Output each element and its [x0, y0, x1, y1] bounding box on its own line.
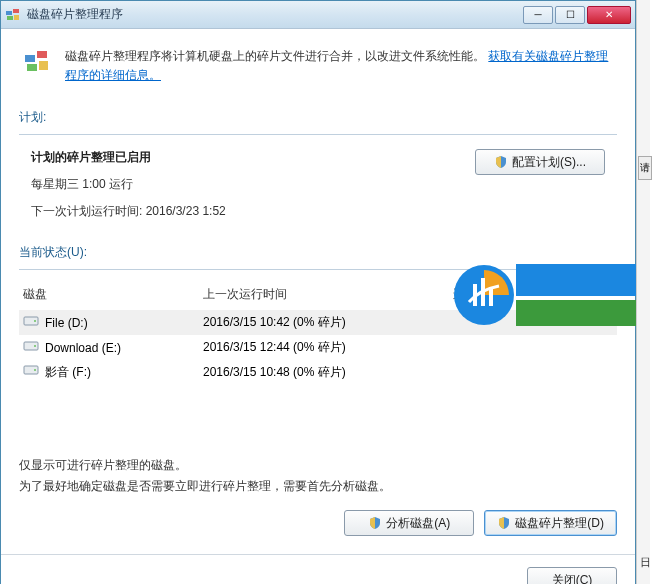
- window-title: 磁盘碎片整理程序: [27, 6, 523, 23]
- schedule-next-run: 下一次计划运行时间: 2016/3/23 1:52: [31, 203, 475, 220]
- table-row[interactable]: Download (E:)2016/3/15 12:44 (0% 碎片): [19, 335, 617, 360]
- schedule-row: 计划的碎片整理已启用 每星期三 1:00 运行 下一次计划运行时间: 2016/…: [1, 135, 635, 236]
- banner-text: 磁盘碎片整理程序将计算机硬盘上的碎片文件进行合并，以改进文件系统性能。 获取有关…: [65, 47, 613, 85]
- disk-name-cell: 影音 (F:): [23, 364, 203, 381]
- svg-point-13: [34, 369, 36, 371]
- configure-schedule-label: 配置计划(S)...: [512, 154, 586, 171]
- banner-description: 磁盘碎片整理程序将计算机硬盘上的碎片文件进行合并，以改进文件系统性能。: [65, 49, 485, 63]
- close-window-button[interactable]: ✕: [587, 6, 631, 24]
- action-buttons: 分析磁盘(A) 磁盘碎片整理(D): [1, 496, 635, 542]
- defrag-label: 磁盘碎片整理(D): [515, 515, 604, 532]
- svg-rect-7: [39, 61, 48, 70]
- watermark-bar-green: [516, 300, 648, 326]
- maximize-button[interactable]: ☐: [555, 6, 585, 24]
- schedule-label: 计划:: [19, 109, 617, 126]
- note-line2: 为了最好地确定磁盘是否需要立即进行碎片整理，需要首先分析磁盘。: [19, 476, 617, 496]
- analyze-button[interactable]: 分析磁盘(A): [344, 510, 474, 536]
- watermark-logo-icon: [453, 264, 515, 326]
- svg-rect-1: [13, 9, 19, 13]
- svg-rect-0: [6, 11, 12, 15]
- table-row[interactable]: 影音 (F:)2016/3/15 10:48 (0% 碎片): [19, 360, 617, 385]
- disk-last-run-cell: 2016/3/15 10:48 (0% 碎片): [203, 364, 453, 381]
- watermark-bar-blue: [516, 264, 648, 296]
- close-row: 关闭(C): [1, 554, 635, 584]
- disk-name-cell: Download (E:): [23, 340, 203, 355]
- status-label: 当前状态(U):: [19, 244, 617, 261]
- info-banner: 磁盘碎片整理程序将计算机硬盘上的碎片文件进行合并，以改进文件系统性能。 获取有关…: [13, 39, 623, 93]
- window-controls: ─ ☐ ✕: [523, 6, 631, 24]
- shield-icon: [497, 516, 511, 530]
- defrag-button[interactable]: 磁盘碎片整理(D): [484, 510, 617, 536]
- defrag-banner-icon: [23, 47, 55, 79]
- svg-rect-2: [7, 16, 13, 20]
- svg-rect-3: [14, 15, 19, 20]
- svg-rect-6: [27, 64, 37, 71]
- svg-point-11: [34, 345, 36, 347]
- configure-schedule-button[interactable]: 配置计划(S)...: [475, 149, 605, 175]
- shield-icon: [494, 155, 508, 169]
- titlebar[interactable]: 磁盘碎片整理程序 ─ ☐ ✕: [1, 1, 635, 29]
- disk-last-run-cell: 2016/3/15 12:44 (0% 碎片): [203, 339, 453, 356]
- svg-rect-17: [489, 288, 493, 306]
- drive-icon: [23, 315, 39, 327]
- drive-icon: [23, 340, 39, 352]
- disk-name-cell: File (D:): [23, 315, 203, 330]
- side-button-fragment[interactable]: 请: [638, 156, 652, 180]
- shield-icon: [368, 516, 382, 530]
- defrag-app-icon: [5, 7, 21, 23]
- col-last-header[interactable]: 上一次运行时间: [203, 286, 453, 303]
- disk-table: 磁盘 上一次运行时间 进度 File (D:)2016/3/15 10:42 (…: [19, 280, 617, 385]
- drive-icon: [23, 364, 39, 376]
- close-label: 关闭(C): [552, 572, 593, 584]
- schedule-frequency: 每星期三 1:00 运行: [31, 176, 475, 193]
- svg-point-9: [34, 320, 36, 322]
- note-section: 仅显示可进行碎片整理的磁盘。 为了最好地确定磁盘是否需要立即进行碎片整理，需要首…: [1, 455, 635, 496]
- schedule-info: 计划的碎片整理已启用 每星期三 1:00 运行 下一次计划运行时间: 2016/…: [31, 149, 475, 230]
- side-window-fragment: [636, 0, 650, 584]
- analyze-label: 分析磁盘(A): [386, 515, 450, 532]
- col-disk-header[interactable]: 磁盘: [23, 286, 203, 303]
- minimize-button[interactable]: ─: [523, 6, 553, 24]
- svg-rect-4: [25, 55, 35, 62]
- side-text-fragment: 日: [640, 555, 651, 570]
- svg-rect-5: [37, 51, 47, 58]
- disk-last-run-cell: 2016/3/15 10:42 (0% 碎片): [203, 314, 453, 331]
- note-line1: 仅显示可进行碎片整理的磁盘。: [19, 455, 617, 475]
- schedule-section-label: 计划:: [1, 103, 635, 132]
- schedule-title: 计划的碎片整理已启用: [31, 149, 475, 166]
- close-button[interactable]: 关闭(C): [527, 567, 617, 584]
